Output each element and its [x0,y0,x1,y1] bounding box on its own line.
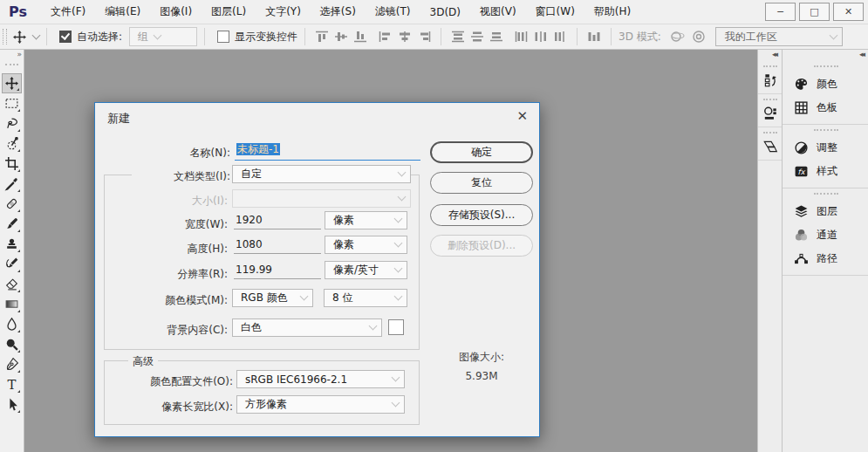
bit-depth-dropdown[interactable]: 8 位 [324,289,407,307]
close-button[interactable]: ✕ [833,3,864,21]
blur-tool[interactable] [2,314,22,334]
ok-button[interactable]: 确定 [430,141,533,163]
resolution-unit-dropdown[interactable]: 像素/英寸 [325,261,407,279]
paths-panel-tab[interactable]: 路径 [783,247,868,271]
dialog-close-icon[interactable]: ✕ [516,108,528,124]
eraser-tool[interactable] [2,274,22,294]
menu-filter[interactable]: 滤镜(T) [366,4,420,19]
toolbox-expand-icon[interactable]: » [0,49,24,61]
tool-preset-chevron-icon[interactable] [32,31,41,39]
distribute-left-edges-icon[interactable] [515,31,529,43]
group-value: 组 [138,30,148,45]
menu-type[interactable]: 文字(Y) [256,4,311,19]
align-vertical-centers-icon[interactable] [334,31,348,43]
chevron-down-icon [394,239,403,248]
align-top-edges-icon[interactable] [315,31,329,43]
name-input[interactable]: 未标题-1 [235,142,420,161]
height-unit-dropdown[interactable]: 像素 [325,236,407,254]
height-input[interactable]: 1080 [234,238,321,254]
path-selection-tool[interactable] [2,394,22,414]
pixel-aspect-dropdown[interactable]: 方形像素 [236,395,405,414]
background-dropdown[interactable]: 白色 [232,318,382,337]
menu-window[interactable]: 窗口(W) [526,4,584,19]
width-input[interactable]: 1920 [234,214,321,229]
height-label: 高度(H): [132,242,228,257]
distribute-vertical-centers-icon[interactable] [470,31,484,43]
menu-image[interactable]: 图像(I) [150,4,202,19]
pixel-aspect-value: 方形像素 [245,397,287,412]
background-color-swatch[interactable] [388,319,404,335]
advanced-legend[interactable]: 高级 [128,354,158,369]
swatches-panel-tab[interactable]: 色板 [783,96,868,120]
color-profile-dropdown[interactable]: sRGB IEC61966-2.1 [236,370,405,388]
align-horizontal-centers-icon[interactable] [398,31,412,43]
background-label: 背景内容(C): [132,323,228,338]
photoshop-window: Ps 文件(F) 编辑(E) 图像(I) 图层(L) 文字(Y) 选择(S) 滤… [0,0,868,452]
align-right-edges-icon[interactable] [417,31,431,43]
3d-rotate-icon[interactable] [691,30,707,44]
adjustments-panel-tab[interactable]: 调整 [783,136,868,160]
channels-panel-tab[interactable]: 通道 [783,223,868,247]
distribute-spacing-icon[interactable] [587,31,601,43]
resolution-input[interactable]: 119.99 [234,264,321,279]
workspace-dropdown[interactable]: 我的工作区 [715,27,843,46]
eyedropper-tool[interactable] [2,174,22,194]
rectangular-marquee-tool[interactable] [2,93,22,113]
distribute-top-edges-icon[interactable] [451,31,465,43]
menu-view[interactable]: 视图(V) [470,4,526,19]
maximize-button[interactable]: □ [799,3,830,21]
toolbox-grip[interactable] [5,64,18,68]
width-unit-value: 像素 [333,213,354,228]
chevron-down-icon [398,193,407,202]
menu-layer[interactable]: 图层(L) [202,4,256,19]
reset-button[interactable]: 复位 [430,172,533,194]
info-panel-icon [762,139,778,154]
lasso-tool[interactable] [2,113,22,134]
distribute-right-edges-icon[interactable] [553,31,567,43]
menu-edit[interactable]: 编辑(E) [95,4,150,19]
distribute-bottom-edges-icon[interactable] [489,31,503,43]
history-panel-button[interactable] [758,61,782,94]
history-brush-tool[interactable] [2,254,22,274]
properties-panel-button[interactable] [758,94,782,127]
menu-file[interactable]: 文件(F) [41,4,95,19]
info-panel-button[interactable] [758,127,782,161]
align-left-edges-icon[interactable] [379,31,393,43]
separator [204,28,205,45]
collapse-arrows-icon[interactable]: ◂◂ [783,49,868,61]
menu-select[interactable]: 选择(S) [311,4,366,19]
color-panel-tab[interactable]: 颜色 [783,72,868,96]
align-bottom-edges-icon[interactable] [353,31,367,43]
auto-select-group-dropdown[interactable]: 组 [129,27,197,46]
quick-selection-tool[interactable] [2,134,22,154]
chevron-down-icon [392,399,400,407]
spot-healing-brush-tool[interactable] [2,194,22,214]
width-unit-dropdown[interactable]: 像素 [325,211,407,229]
distribute-horizontal-centers-icon[interactable] [534,31,548,43]
options-grip[interactable] [3,29,7,45]
auto-select-checkbox[interactable] [59,31,72,43]
collapse-arrows-icon[interactable]: ◂◂ [758,49,782,61]
quick-selection-icon [4,136,19,151]
color-mode-dropdown[interactable]: RGB 颜色 [232,289,313,307]
move-tool[interactable] [2,73,22,93]
separator [304,28,305,45]
panel-grip [814,193,838,197]
menu-3d[interactable]: 3D(D) [420,6,470,18]
show-transform-checkbox[interactable] [217,31,229,43]
menu-help[interactable]: 帮助(H) [584,4,640,19]
save-preset-button[interactable]: 存储预设(S)... [430,204,533,226]
color-panel-label: 颜色 [817,77,837,92]
gradient-tool[interactable] [2,294,22,314]
crop-tool[interactable] [2,154,22,174]
brush-tool[interactable] [2,214,22,234]
3d-orbit-icon[interactable] [668,30,686,44]
minimize-button[interactable]: ─ [765,3,796,21]
pen-tool[interactable] [2,354,22,374]
doc-type-dropdown[interactable]: 自定 [232,165,411,183]
styles-panel-tab[interactable]: fx 样式 [783,160,868,183]
layers-panel-tab[interactable]: 图层 [783,200,868,223]
type-tool[interactable]: T [2,374,22,394]
dodge-tool[interactable] [2,334,22,354]
clone-stamp-tool[interactable] [2,234,22,254]
